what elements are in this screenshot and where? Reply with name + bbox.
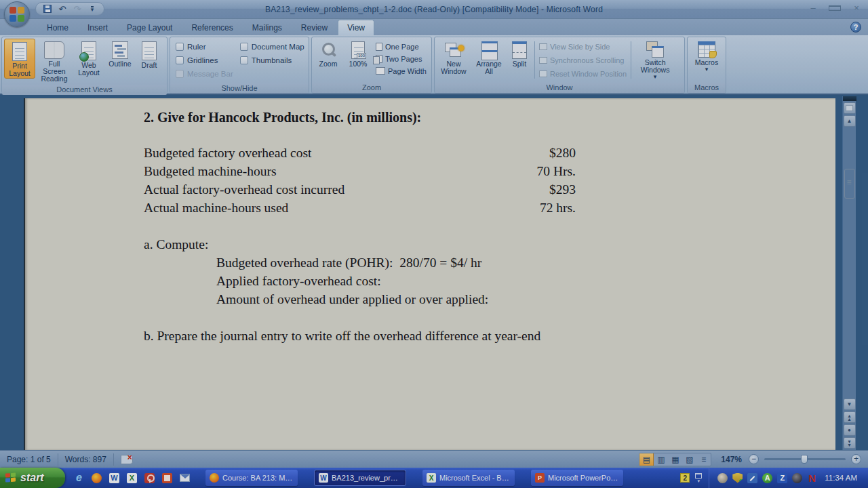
tab-review[interactable]: Review [292,20,336,35]
ruler-toggle-button[interactable] [844,102,856,114]
checkbox-label: Thumbnails [252,56,292,64]
web-layout-view-button[interactable]: ▦ [668,453,682,466]
mail-app-icon[interactable] [179,472,191,484]
print-layout-icon [12,42,27,61]
scroll-up-button[interactable]: ▲ [844,115,856,127]
excel-glyph: X [127,473,137,483]
help-button[interactable]: ? [850,22,861,33]
zoom-slider-thumb[interactable] [801,455,808,464]
taskbar-button-browser[interactable]: Course: BA 213: Man... [205,470,298,486]
draft-view-button[interactable]: ≡ [696,453,711,466]
office-button[interactable] [4,1,30,27]
thumbnails-checkbox[interactable]: Thumbnails [240,54,304,67]
red-app-glyph [162,473,172,483]
doc-row: Budgeted machine-hours 70 Hrs. [144,162,576,180]
tab-view[interactable]: View [338,20,374,35]
tab-insert[interactable]: Insert [79,20,117,35]
desktop-toolbar-icon[interactable]: ▾ [695,473,702,483]
word-icon: W [319,473,328,483]
two-pages-icon [376,55,382,63]
two-pages-button[interactable]: Two Pages [374,54,429,64]
one-page-button[interactable]: One Page [374,41,429,52]
zoom-100-button[interactable]: 100 100% [344,39,372,68]
task-button-label: Microsoft Excel - BA2... [439,474,511,482]
print-layout-view-button[interactable]: ▤ [639,453,654,466]
outline-button[interactable]: Outline [104,39,136,68]
word-count[interactable]: Words: 897 [58,453,114,466]
taskbar-button-excel[interactable]: X Microsoft Excel - BA2... [422,470,515,486]
key-app-icon[interactable] [144,472,155,484]
group-window: New Window Arrange All Split View Side b… [434,37,685,94]
magnifier-icon [320,41,336,59]
split-handle[interactable] [843,96,856,101]
web-layout-icon [81,41,96,60]
zoom-in-button[interactable]: + [851,454,861,464]
zoom-button[interactable]: Zoom [314,39,342,68]
note-2-icon[interactable]: 2 [680,473,690,483]
globe-tray-icon[interactable] [717,473,728,483]
full-screen-view-button[interactable]: ▥ [654,453,668,466]
z-app-tray-icon[interactable]: Z [777,473,787,483]
next-page-button[interactable]: ▾▾ [844,437,856,449]
doc-row-value: 70 Hrs. [488,162,576,180]
taskbar-toolbar: 2 ▾ [673,473,709,483]
tools-tray-icon[interactable] [747,473,757,483]
new-window-button[interactable]: New Window [437,39,471,76]
web-layout-button[interactable]: Web Layout [73,39,104,77]
split-button[interactable]: Split [507,39,532,68]
scroll-down-button[interactable]: ▼ [844,399,856,410]
chevron-down-icon: ▾ [705,66,709,72]
macros-button[interactable]: Macros ▾ [690,39,724,73]
button-label: Web Layout [75,62,102,77]
taskbar-button-powerpoint[interactable]: P Microsoft PowerPoint ... [531,470,623,486]
excel-launch-icon[interactable]: X [126,472,138,484]
word-launch-icon[interactable]: W [108,472,120,484]
office-logo-icon [18,15,24,22]
document-page[interactable]: 2. Give for Hancock Products, Inc. (in m… [24,98,835,450]
gridlines-checkbox[interactable]: Gridlines [176,54,233,67]
minimize-button[interactable]: – [807,3,819,13]
close-button[interactable]: × [850,3,863,13]
firefox-icon[interactable] [91,472,102,484]
chevron-down-icon: ▾ [697,479,700,483]
start-button[interactable]: start [0,468,65,488]
tab-references[interactable]: References [182,20,241,35]
novell-tray-icon[interactable]: N [807,473,817,483]
group-label: Show/Hide [170,83,309,94]
ruler-icon [846,105,853,111]
scrollbar-thumb[interactable] [844,169,855,199]
vertical-scrollbar: ▲ ▼ ▴▴ ● ▾▾ [842,96,856,450]
globe-icon [79,52,89,62]
draft-icon [142,41,157,60]
tab-home[interactable]: Home [38,20,77,35]
draft-button[interactable]: Draft [136,39,163,70]
taskbar-button-word[interactable]: W BA213_review_probl... [314,470,406,486]
shield-tray-icon[interactable] [732,473,743,483]
internet-explorer-icon[interactable]: e [73,472,85,484]
zoom-level[interactable]: 147% [721,455,742,464]
full-screen-reading-button[interactable]: Full Screen Reading [35,39,73,83]
restore-button[interactable] [829,3,841,13]
select-browse-object-button[interactable]: ● [844,424,856,436]
scrollbar-track[interactable] [844,127,856,397]
antivirus-tray-icon[interactable]: A [762,473,772,483]
chevron-down-icon: ▾ [654,74,657,79]
proofing-status-icon[interactable]: × [121,455,133,464]
page-width-button[interactable]: Page Width [374,66,429,76]
print-layout-button[interactable]: Print Layout [4,39,35,79]
zoom-slider[interactable] [764,458,846,460]
document-map-checkbox[interactable]: Document Map [240,40,304,54]
arrange-all-button[interactable]: Arrange All [472,39,506,76]
page-indicator[interactable]: Page: 1 of 5 [0,453,58,466]
ruler-checkbox[interactable]: Ruler [176,40,233,54]
tab-mailings[interactable]: Mailings [243,20,291,35]
previous-page-button[interactable]: ▴▴ [844,411,856,423]
tab-page-layout[interactable]: Page Layout [118,20,181,35]
quick-launch-bar: e W X [65,472,197,484]
switch-windows-button[interactable]: Switch Windows ▾ [634,39,676,80]
outline-view-button[interactable]: ▧ [682,453,696,466]
status-orb-tray-icon[interactable] [792,473,802,483]
red-app-icon[interactable] [161,472,173,484]
zoom-out-button[interactable]: − [749,454,759,464]
taskbar-clock[interactable]: 11:34 AM [822,474,863,482]
